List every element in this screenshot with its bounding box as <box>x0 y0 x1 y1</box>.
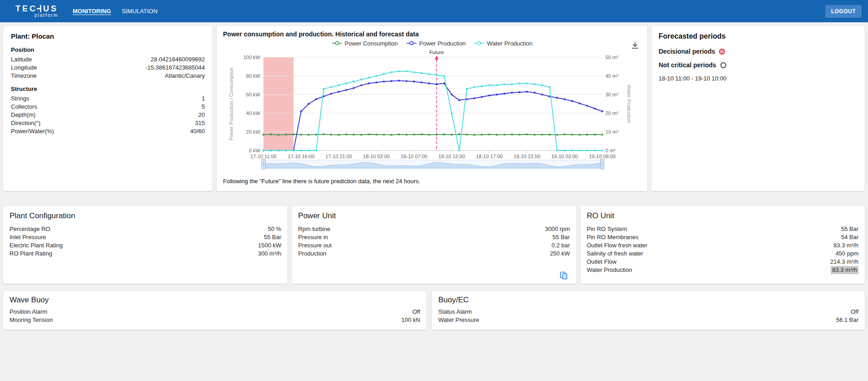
detail-row: RO Plant Rating300 m³/h <box>10 250 281 258</box>
chart-title: Power consumption and production. Histor… <box>223 30 645 38</box>
detail-row: Salinity of fresh water450 ppm <box>587 250 858 258</box>
forecast-item-not-critical: Not critical periods <box>659 61 858 69</box>
svg-text:100 kW: 100 kW <box>243 55 261 60</box>
topbar: TEC US platform MONITORING SIMULATION LO… <box>0 0 868 22</box>
detail-label: Pressure in <box>298 233 328 241</box>
plant-position-rows: Latitude28.04216460099692Longitude-15.38… <box>11 55 205 80</box>
plant-structure-rows: Strings1Collectors5Depth(m)20Direction(°… <box>11 95 205 135</box>
detail-value: -15.386187423685044 <box>145 64 205 72</box>
svg-text:20 kW: 20 kW <box>246 129 261 135</box>
detail-value: 1 <box>202 95 205 103</box>
detail-value: 50 % <box>268 225 282 233</box>
svg-text:19-10 08:00: 19-10 08:00 <box>589 154 616 159</box>
detail-value: 450 ppm <box>835 250 858 258</box>
detail-row: Longitude-15.386187423685044 <box>11 64 205 72</box>
svg-text:0 m³: 0 m³ <box>605 148 615 153</box>
legend-item-water-production[interactable]: Water Production <box>474 40 532 47</box>
svg-text:60 kW: 60 kW <box>246 92 261 97</box>
svg-text:18-10 22:00: 18-10 22:00 <box>514 154 541 159</box>
wave-buoy-card: Wave Buoy Position AlarmOffMooring Tensi… <box>3 291 427 330</box>
detail-row: Position AlarmOff <box>10 308 420 316</box>
legend-marker-icon <box>474 40 485 46</box>
detail-label: Production <box>298 250 326 258</box>
logo-text-right: US <box>43 5 58 13</box>
detail-row: Water Pressure56.1 Bar <box>438 316 858 324</box>
detail-label: Water Production <box>587 266 632 274</box>
svg-text:17-10 16:00: 17-10 16:00 <box>288 154 315 159</box>
future-line-label: Future <box>429 50 444 55</box>
detail-value: 300 m³/h <box>258 250 281 258</box>
section-title-position: Position <box>11 46 205 53</box>
detail-row: Inlet Pressure55 Bar <box>10 233 281 241</box>
detail-label: Pressure out <box>298 241 332 250</box>
detail-value: 1500 kW <box>258 241 281 250</box>
plant-card: Plant: Plocan Position Latitude28.042164… <box>3 26 213 191</box>
detail-row: Mooring Tension100 kN <box>10 316 420 324</box>
detail-row: Depth(m)20 <box>11 111 205 119</box>
detail-value: 40/60 <box>190 127 205 135</box>
logo-text-left: TEC <box>15 5 37 13</box>
chart-caption: Following the "Future" line there is fut… <box>223 178 645 185</box>
power-unit-rows: Rpm turbine3000 rpmPressure in55 BarPres… <box>298 225 570 258</box>
detail-label: Timezone <box>11 72 37 80</box>
copy-icon[interactable] <box>559 271 568 280</box>
detail-value: 0.2 bar <box>551 241 570 250</box>
section-title-structure: Structure <box>11 85 205 92</box>
series-power-consumption <box>263 134 602 135</box>
detail-value: 100 kN <box>402 316 420 324</box>
logout-button[interactable]: LOGOUT <box>825 5 862 18</box>
ro-unit-rows: Pin RO System55 BarPin RO Membranes54 Ba… <box>587 225 858 274</box>
detail-value: 56.1 Bar <box>836 316 858 324</box>
detail-label: Outlet Flow fresh water <box>587 241 648 250</box>
detail-label: Latitude <box>11 55 32 64</box>
logo-glyph <box>37 5 42 13</box>
logo-tagline: platform <box>35 13 58 18</box>
detail-value: 55 Bar <box>264 233 281 241</box>
detail-row: Production250 kW <box>298 250 570 258</box>
buoy-ec-card: Buoy/EC Status AlarmOffWater Pressure56.… <box>432 291 865 330</box>
detail-row: Direction(°)315 <box>11 119 205 127</box>
buoy-ec-title: Buoy/EC <box>438 296 858 305</box>
detail-value: 83.3 m³/h <box>831 266 858 274</box>
detail-row: Electric Plant Rating1500 kW <box>10 241 281 250</box>
decisional-period-marker-icon <box>719 49 725 55</box>
legend-item-power-production[interactable]: Power Production <box>406 40 466 47</box>
detail-row: Pressure in55 Bar <box>298 233 570 241</box>
detail-label: Collectors <box>11 103 37 111</box>
legend-item-power-consumption[interactable]: Power Consumption <box>332 40 398 47</box>
svg-text:18-10 07:00: 18-10 07:00 <box>401 154 427 159</box>
legend-label: Power Consumption <box>345 40 398 47</box>
detail-row: Outlet Flow fresh water83.3 m³/h <box>587 241 858 250</box>
svg-text:0 kW: 0 kW <box>249 148 261 153</box>
brand-logo[interactable]: TEC US platform <box>15 5 58 18</box>
nav-item-monitoring[interactable]: MONITORING <box>73 8 111 15</box>
power-unit-title: Power Unit <box>298 211 570 221</box>
legend-label: Water Production <box>487 40 532 47</box>
plant-configuration-rows: Percentage RO50 %Inlet Pressure55 BarEle… <box>10 225 281 258</box>
series-power-production <box>263 80 602 150</box>
detail-row: Collectors5 <box>11 103 205 111</box>
detail-row: Pin RO System55 Bar <box>587 225 858 233</box>
detail-row: Outlet Flow214.3 m³/h <box>587 258 858 266</box>
chart-legend: Power ConsumptionPower ProductionWater P… <box>219 39 645 48</box>
power-water-chart[interactable]: 0 kW20 kW40 kW60 kW80 kW100 kW0 m³10 m³2… <box>219 48 645 171</box>
svg-text:30 m³: 30 m³ <box>605 92 618 97</box>
detail-label: Outlet Flow <box>587 258 617 266</box>
forecast-period-range: 18-10 11:00 - 19-10 10:00 <box>659 75 858 82</box>
detail-row: Status AlarmOff <box>438 308 858 316</box>
download-chart-icon[interactable] <box>630 40 640 50</box>
detail-label: Strings <box>11 95 29 103</box>
svg-text:50 m³: 50 m³ <box>605 55 618 60</box>
forecast-item-label: Not critical periods <box>659 61 716 69</box>
power-unit-card: Power Unit Rpm turbine3000 rpmPressure i… <box>292 206 576 284</box>
nav-item-simulation[interactable]: SIMULATION <box>122 8 158 15</box>
forecast-title: Forecasted periods <box>659 32 858 40</box>
detail-value: Atlantic/Canary <box>165 72 205 80</box>
svg-text:Water Production: Water Production <box>626 85 632 123</box>
detail-label: Percentage RO <box>10 225 50 233</box>
detail-value: 5 <box>202 103 205 111</box>
detail-label: Salinity of fresh water <box>587 250 643 258</box>
detail-label: Direction(°) <box>11 119 40 127</box>
svg-text:19-10 03:00: 19-10 03:00 <box>551 154 578 159</box>
detail-value: Off <box>851 308 858 316</box>
